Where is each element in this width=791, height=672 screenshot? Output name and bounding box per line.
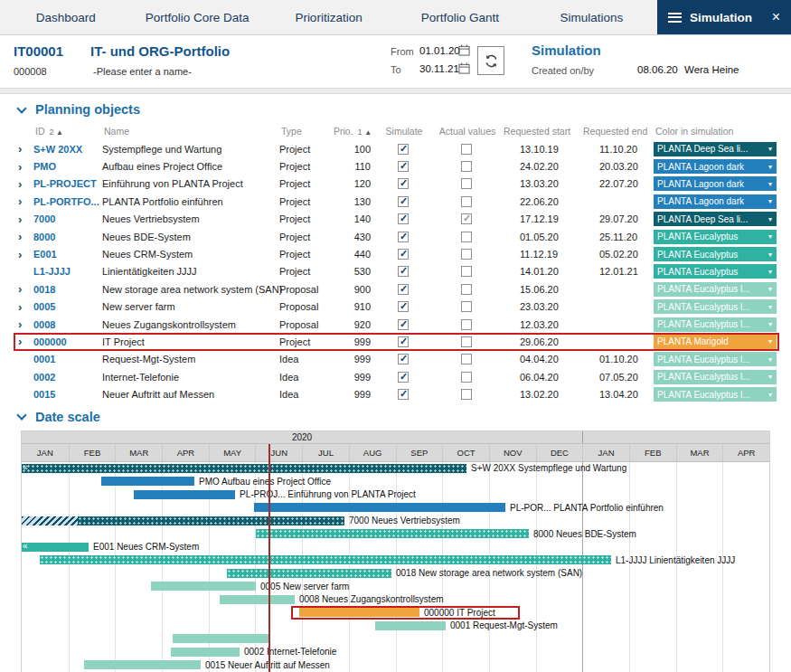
actual-values-checkbox[interactable] — [461, 144, 472, 155]
color-dropdown[interactable]: PLANTA Marigold▾ — [654, 335, 777, 349]
row-expander-icon[interactable]: › — [14, 213, 33, 225]
simulate-checkbox[interactable] — [398, 284, 409, 295]
gantt-bar[interactable] — [220, 595, 295, 604]
actual-values-checkbox[interactable] — [461, 301, 472, 312]
actual-values-checkbox[interactable] — [461, 319, 472, 330]
actual-values-checkbox[interactable] — [461, 389, 472, 400]
table-row[interactable]: ›PMOAufbau eines Project OfficeProject11… — [14, 157, 779, 175]
simulate-checkbox[interactable] — [398, 336, 409, 347]
color-dropdown[interactable]: PLANTA Eucalyptus l...▾ — [654, 370, 777, 384]
row-expander-icon[interactable]: › — [14, 283, 33, 295]
nav-tab-portfolio-core-data[interactable]: Portfolio Core Data — [131, 0, 262, 34]
actual-values-checkbox[interactable] — [461, 266, 472, 277]
refresh-button[interactable] — [477, 46, 504, 75]
simulate-checkbox[interactable] — [398, 196, 409, 207]
simulate-checkbox[interactable] — [398, 372, 409, 383]
actual-values-checkbox[interactable] — [461, 232, 472, 242]
actual-values-checkbox[interactable] — [461, 284, 472, 295]
collapse-chevron-icon[interactable] — [16, 411, 26, 421]
simulate-checkbox[interactable] — [398, 144, 409, 155]
color-dropdown[interactable]: PLANTA Eucalyptus l...▾ — [654, 299, 777, 314]
gantt-bar[interactable] — [101, 477, 194, 486]
color-dropdown[interactable]: PLANTA Lagoon dark▾ — [654, 194, 777, 209]
simulate-checkbox[interactable] — [398, 178, 409, 189]
col-header-requested-end[interactable]: Requested end — [579, 126, 654, 137]
col-header-color-in-simulation[interactable]: Color in simulation — [654, 126, 779, 137]
table-row[interactable]: ›E001Neues CRM-SystemProject44011.12.190… — [14, 245, 779, 262]
color-dropdown[interactable]: PLANTA Lagoon dark▾ — [654, 159, 777, 174]
table-row[interactable]: ›0008Neues ZugangskontrollsystemProposal… — [14, 316, 779, 333]
table-row[interactable]: ›S+W 20XXSystempflege und WartungProject… — [14, 140, 779, 157]
col-header-prio[interactable]: Prio.1 ▲ — [332, 126, 373, 137]
nav-tab-portfolio-gantt[interactable]: Portfolio Gantt — [394, 0, 525, 34]
gantt-bar[interactable] — [254, 503, 505, 512]
simulate-checkbox[interactable] — [398, 389, 409, 400]
nav-tab-simulations[interactable]: Simulations — [526, 0, 657, 34]
col-header-actual-values[interactable]: Actual values — [433, 126, 500, 137]
color-dropdown[interactable]: PLANTA Eucalyptus▾ — [654, 247, 777, 261]
table-row[interactable]: ›8000Neues BDE-SystemProject43001.05.202… — [14, 228, 779, 245]
gantt-bar[interactable] — [256, 529, 529, 538]
tab-simulation-active[interactable]: Simulation × — [657, 0, 791, 34]
color-dropdown[interactable]: PLANTA Lagoon dark▾ — [654, 176, 777, 191]
menu-icon[interactable] — [668, 13, 682, 23]
actual-values-checkbox[interactable] — [461, 336, 472, 347]
color-dropdown[interactable]: PLANTA Eucalyptus l...▾ — [654, 352, 777, 366]
table-row[interactable]: ›PL-PORTFO...PLANTA Portfolio einführenP… — [14, 193, 779, 210]
gantt-bar[interactable] — [22, 464, 466, 473]
row-expander-icon[interactable]: › — [14, 161, 33, 173]
gantt-bar[interactable] — [22, 543, 89, 552]
table-row[interactable]: ›000000IT ProjectProject99929.06.20PLANT… — [14, 333, 779, 350]
gantt-bar[interactable] — [22, 516, 78, 525]
col-header-simulate[interactable]: Simulate — [373, 126, 433, 137]
table-row[interactable]: ›0005New server farmProposal91023.03.20P… — [14, 298, 779, 316]
close-icon[interactable]: × — [772, 9, 780, 25]
color-dropdown[interactable]: PLANTA Eucalyptus l...▾ — [654, 282, 777, 297]
table-row[interactable]: 0002Internet-TelefonieIdea99906.04.2007.… — [14, 368, 779, 385]
actual-values-checkbox[interactable] — [461, 249, 472, 260]
row-expander-icon[interactable]: › — [14, 301, 33, 313]
color-dropdown[interactable]: PLANTA Eucalyptus l...▾ — [654, 317, 777, 332]
col-header-type[interactable]: Type — [279, 126, 332, 137]
gantt-bar[interactable] — [84, 660, 201, 669]
gantt-bar[interactable] — [173, 634, 268, 643]
row-expander-icon[interactable]: › — [14, 231, 33, 242]
color-dropdown[interactable]: PLANTA Eucalyptus▾ — [654, 264, 777, 279]
gantt-bar[interactable] — [40, 555, 611, 564]
gantt-bar[interactable] — [171, 648, 240, 657]
gantt-bar[interactable] — [375, 621, 446, 630]
table-row[interactable]: ›7000Neues VertriebsystemProject14017.12… — [14, 211, 779, 228]
table-row[interactable]: L1-JJJJLinientätigkeiten JJJJProject5301… — [14, 263, 779, 280]
table-row[interactable]: ›PL-PROJECTEinführung von PLANTA Project… — [14, 175, 779, 193]
row-expander-icon[interactable]: › — [14, 143, 33, 155]
simulate-checkbox[interactable] — [398, 319, 409, 330]
calendar-icon-from[interactable] — [458, 43, 470, 60]
color-dropdown[interactable]: PLANTA Deep Sea li...▾ — [654, 142, 777, 156]
gantt-bar[interactable] — [134, 490, 235, 499]
actual-values-checkbox[interactable] — [461, 372, 472, 383]
col-header-id[interactable]: ID2 ▲ — [33, 126, 102, 137]
gantt-bar[interactable] — [151, 582, 256, 591]
row-expander-icon[interactable]: › — [14, 249, 33, 260]
nav-tab-dashboard[interactable]: Dashboard — [0, 0, 131, 34]
table-row[interactable]: 0001Request-Mgt-SystemIdea99904.04.2001.… — [14, 351, 779, 368]
from-date-field[interactable]: 01.01.20 — [419, 45, 460, 56]
simulate-checkbox[interactable] — [398, 249, 409, 260]
table-row[interactable]: 0015Neuer Auftritt auf MessenIdea99913.0… — [14, 385, 779, 402]
actual-values-checkbox[interactable] — [461, 196, 472, 207]
col-header-name[interactable]: Name — [102, 126, 279, 137]
row-expander-icon[interactable]: › — [14, 336, 33, 347]
actual-values-checkbox[interactable] — [461, 213, 472, 224]
gantt-bar[interactable] — [227, 569, 391, 578]
simulate-checkbox[interactable] — [398, 301, 409, 312]
collapse-chevron-icon[interactable] — [16, 103, 26, 113]
simulate-checkbox[interactable] — [398, 213, 409, 224]
calendar-icon-to[interactable] — [458, 62, 470, 78]
color-dropdown[interactable]: PLANTA Eucalyptus▾ — [654, 230, 777, 244]
actual-values-checkbox[interactable] — [461, 178, 472, 189]
col-header-requested-start[interactable]: Requested start — [500, 126, 579, 137]
simulate-checkbox[interactable] — [398, 232, 409, 242]
table-row[interactable]: ›0018New storage area network system (SA… — [14, 280, 779, 298]
row-expander-icon[interactable]: › — [14, 195, 33, 207]
gantt-bar[interactable] — [78, 516, 344, 525]
